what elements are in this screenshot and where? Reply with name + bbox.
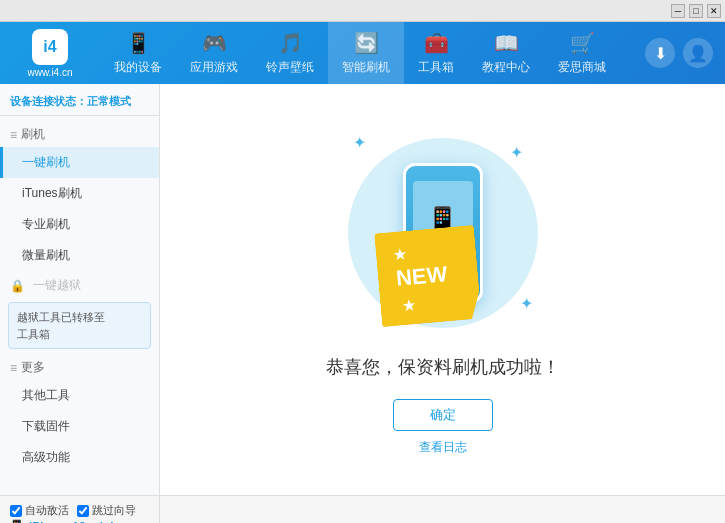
section-jailbreak: 🔒 一键越狱 (0, 271, 159, 298)
maximize-button[interactable]: □ (689, 4, 703, 18)
more-section-title: 更多 (21, 359, 45, 376)
status-label: 设备连接状态： (10, 95, 87, 107)
flash-section-icon: ≡ (10, 128, 17, 142)
ringtones-icon: 🎵 (278, 31, 303, 55)
nav-my-device-label: 我的设备 (114, 59, 162, 76)
main-content: ✦ ✦ ✦ 📱 NEW 恭喜您，保资料刷机成功啦！ 确定 查看日志 (160, 84, 725, 495)
nav-my-device[interactable]: 📱 我的设备 (100, 22, 176, 84)
logo[interactable]: i4 www.i4.cn (0, 29, 100, 78)
nav-tutorials-label: 教程中心 (482, 59, 530, 76)
new-banner: NEW (374, 225, 482, 327)
auto-dismiss-input[interactable] (10, 505, 22, 517)
smart-flash-icon: 🔄 (354, 31, 379, 55)
main-layout: 设备连接状态：正常模式 ≡ 刷机 一键刷机 iTunes刷机 专业刷机 微量刷机… (0, 84, 725, 495)
section-more: ≡ 更多 (0, 353, 159, 380)
apps-games-icon: 🎮 (202, 31, 227, 55)
toolbox-icon: 🧰 (424, 31, 449, 55)
sidebar-item-download-firmware[interactable]: 下载固件 (0, 411, 159, 442)
header: i4 www.i4.cn 📱 我的设备 🎮 应用游戏 🎵 铃声壁纸 🔄 智能刷机… (0, 22, 725, 84)
sidebar-item-advanced[interactable]: 高级功能 (0, 442, 159, 473)
nav-smart-flash[interactable]: 🔄 智能刷机 (328, 22, 404, 84)
sidebar-item-itunes-flash[interactable]: iTunes刷机 (0, 178, 159, 209)
success-message: 恭喜您，保资料刷机成功啦！ (326, 355, 560, 379)
auto-dismiss-checkbox[interactable]: 自动敌活 (10, 503, 69, 518)
sidebar: 设备连接状态：正常模式 ≡ 刷机 一键刷机 iTunes刷机 专业刷机 微量刷机… (0, 84, 160, 495)
sidebar-item-other-tools[interactable]: 其他工具 (0, 380, 159, 411)
my-device-icon: 📱 (126, 31, 151, 55)
section-flash: ≡ 刷机 (0, 120, 159, 147)
sidebar-item-pro-flash[interactable]: 专业刷机 (0, 209, 159, 240)
nav-apps-games[interactable]: 🎮 应用游戏 (176, 22, 252, 84)
skip-wizard-input[interactable] (77, 505, 89, 517)
device-status: 设备连接状态：正常模式 (0, 88, 159, 116)
minimize-button[interactable]: ─ (671, 4, 685, 18)
nav-ringtones[interactable]: 🎵 铃声壁纸 (252, 22, 328, 84)
phone-small-icon: 📱 (8, 519, 25, 523)
download-button[interactable]: ⬇ (645, 38, 675, 68)
jailbreak-section-title: 一键越狱 (33, 277, 81, 294)
tutorials-icon: 📖 (494, 31, 519, 55)
nav-tutorials[interactable]: 📖 教程中心 (468, 22, 544, 84)
more-section-icon: ≡ (10, 361, 17, 375)
nav-ringtones-label: 铃声壁纸 (266, 59, 314, 76)
skip-wizard-checkbox[interactable]: 跳过向导 (77, 503, 136, 518)
window-controls: ─ □ ✕ (671, 4, 721, 18)
nav-store-label: 爱思商城 (558, 59, 606, 76)
sidebar-item-micro-flash[interactable]: 微量刷机 (0, 240, 159, 271)
nav-items: 📱 我的设备 🎮 应用游戏 🎵 铃声壁纸 🔄 智能刷机 🧰 工具箱 📖 教程中心… (100, 22, 645, 84)
footer: 自动敌活 跳过向导 📱 iPhone 12 mini 64GB Down-12m… (0, 495, 725, 523)
title-bar: ─ □ ✕ (0, 0, 725, 22)
confirm-button[interactable]: 确定 (393, 399, 493, 431)
logo-icon-text: i4 (43, 38, 56, 56)
query-log-link[interactable]: 查看日志 (419, 439, 467, 456)
logo-icon: i4 (32, 29, 68, 65)
jailbreak-note: 越狱工具已转移至工具箱 (8, 302, 151, 349)
lock-icon: 🔒 (10, 279, 25, 293)
store-icon: 🛒 (570, 31, 595, 55)
header-right-buttons: ⬇ 👤 (645, 38, 725, 68)
nav-store[interactable]: 🛒 爱思商城 (544, 22, 620, 84)
status-value: 正常模式 (87, 95, 131, 107)
nav-toolbox-label: 工具箱 (418, 59, 454, 76)
nav-smart-flash-label: 智能刷机 (342, 59, 390, 76)
logo-url: www.i4.cn (27, 67, 72, 78)
sidebar-item-one-click-flash[interactable]: 一键刷机 (0, 147, 159, 178)
sparkle-icon-1: ✦ (353, 133, 366, 152)
user-button[interactable]: 👤 (683, 38, 713, 68)
sparkle-icon-3: ✦ (520, 294, 533, 313)
nav-apps-games-label: 应用游戏 (190, 59, 238, 76)
sparkle-icon-2: ✦ (510, 143, 523, 162)
flash-section-title: 刷机 (21, 126, 45, 143)
phone-illustration: ✦ ✦ ✦ 📱 NEW (343, 123, 543, 343)
nav-toolbox[interactable]: 🧰 工具箱 (404, 22, 468, 84)
close-button[interactable]: ✕ (707, 4, 721, 18)
